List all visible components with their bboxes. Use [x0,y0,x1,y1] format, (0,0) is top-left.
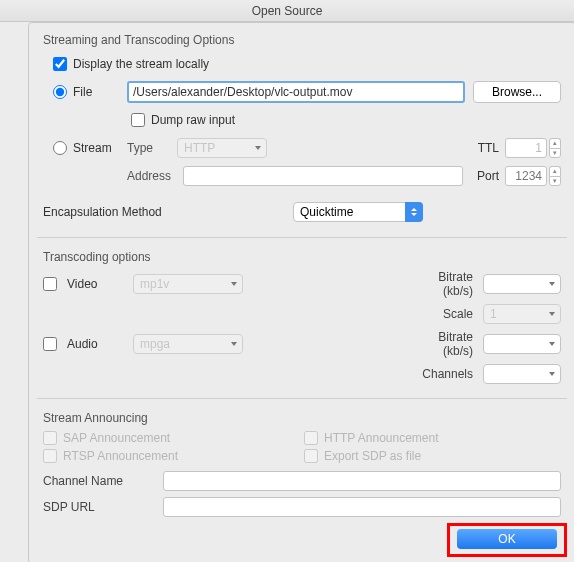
http-ann-checkbox [304,431,318,445]
window-title: Open Source [0,0,574,22]
channels-label: Channels [407,367,477,381]
address-input[interactable] [183,166,463,186]
audio-checkbox[interactable] [43,337,57,351]
encapsulation-label: Encapsulation Method [43,205,293,219]
dialog-sheet: Streaming and Transcoding Options Displa… [28,22,574,562]
video-bitrate-select[interactable] [483,274,561,294]
transcoding-heading: Transcoding options [43,250,561,264]
sdp-url-label: SDP URL [43,500,163,514]
audio-bitrate-label: Bitrate (kb/s) [407,330,477,358]
caret-icon [405,202,423,222]
stream-label: Stream [73,141,127,155]
stream-radio[interactable] [53,141,67,155]
sdp-export-label: Export SDP as file [324,449,421,463]
announcing-heading: Stream Announcing [43,411,561,425]
type-label: Type [127,141,177,155]
ok-highlight-box [447,523,567,557]
rtsp-checkbox [43,449,57,463]
audio-codec-select: mpga [133,334,243,354]
video-bitrate-label: Bitrate (kb/s) [407,270,477,298]
ttl-input [505,138,547,158]
port-label: Port [477,169,499,183]
address-label: Address [127,169,183,183]
scale-select: 1 [483,304,561,324]
sdp-export-checkbox [304,449,318,463]
browse-button[interactable]: Browse... [473,81,561,103]
sdp-url-input[interactable] [163,497,561,517]
scale-label: Scale [407,307,477,321]
rtsp-label: RTSP Announcement [63,449,178,463]
sap-label: SAP Announcement [63,431,170,445]
audio-label: Audio [67,337,127,351]
channels-select[interactable] [483,364,561,384]
channel-name-input[interactable] [163,471,561,491]
audio-bitrate-select[interactable] [483,334,561,354]
video-checkbox[interactable] [43,277,57,291]
ttl-stepper[interactable]: ▴▾ [549,138,561,158]
ttl-label: TTL [478,141,499,155]
dump-raw-label: Dump raw input [151,113,235,127]
display-locally-label: Display the stream locally [73,57,209,71]
encapsulation-select[interactable]: Quicktime [293,202,423,222]
video-label: Video [67,277,127,291]
http-ann-label: HTTP Announcement [324,431,439,445]
type-select: HTTP [177,138,267,158]
video-codec-select: mp1v [133,274,243,294]
port-input[interactable] [505,166,547,186]
streaming-heading: Streaming and Transcoding Options [43,33,561,47]
dump-raw-checkbox[interactable] [131,113,145,127]
channel-name-label: Channel Name [43,474,163,488]
file-path-input[interactable] [127,81,465,103]
display-locally-checkbox[interactable] [53,57,67,71]
sap-checkbox [43,431,57,445]
port-stepper[interactable]: ▴▾ [549,166,561,186]
file-radio[interactable] [53,85,67,99]
file-label: File [73,85,119,99]
